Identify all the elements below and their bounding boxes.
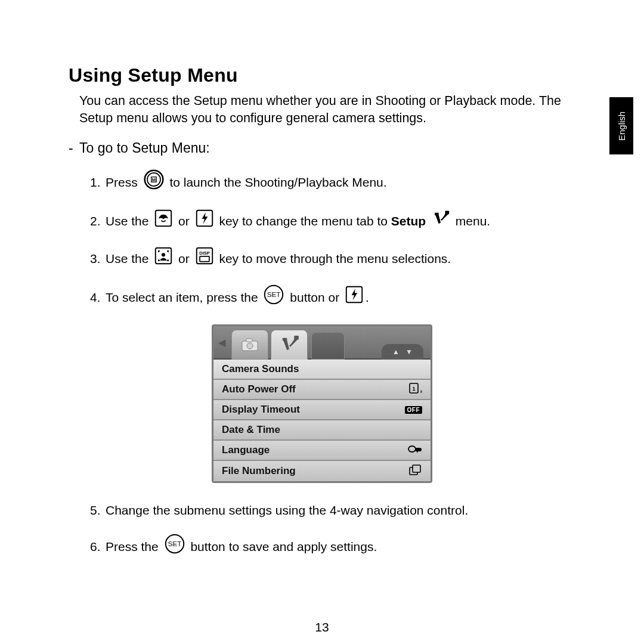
menu-row-auto-power-off: Auto Power Off min1 xyxy=(213,380,431,400)
language-side-tab: English xyxy=(609,97,633,154)
menu-item-label: Date & Time xyxy=(222,424,280,436)
step-1: 1.Press M to launch the Shooting/Playbac… xyxy=(90,169,575,197)
menu-row-display-timeout: Display Timeout OFF xyxy=(213,400,431,420)
up-down-indicator: ▲▼ xyxy=(382,344,423,360)
page-number: 13 xyxy=(0,620,644,634)
left-macro-key-icon xyxy=(154,209,172,235)
menu-item-label: Language xyxy=(222,444,270,456)
menu-row-camera-sounds: Camera Sounds xyxy=(213,360,431,380)
menu-item-value xyxy=(408,444,422,456)
svg-rect-6 xyxy=(445,210,450,214)
svg-rect-16 xyxy=(246,339,252,342)
steps-list-continued: 5.Change the submenu settings using the … xyxy=(90,499,575,562)
set-button-icon: SET xyxy=(264,284,284,312)
menu-item-label: Display Timeout xyxy=(222,404,300,416)
step-6: 6.Press the SET button to save and apply… xyxy=(90,534,575,562)
setup-menu-screenshot: ◀ ▲▼ Camera Sounds Auto Power Off xyxy=(212,324,432,483)
svg-text:M: M xyxy=(151,177,155,182)
camera-tab xyxy=(231,330,268,360)
menu-item-value xyxy=(409,465,422,477)
right-flash-key-icon xyxy=(345,286,363,311)
svg-rect-11 xyxy=(200,256,209,262)
intro-paragraph: You can access the Setup menu whether yo… xyxy=(79,92,575,127)
svg-text:SET: SET xyxy=(267,290,281,298)
menu-list: Camera Sounds Auto Power Off min1 Displa… xyxy=(213,360,431,481)
menu-tab-bar: ◀ ▲▼ xyxy=(213,326,431,360)
page-content: Using Setup Menu You can access the Setu… xyxy=(69,64,575,574)
step-3: 3.Use the or DISP key to move through th… xyxy=(90,247,575,273)
step-2: 2.Use the or key to change the menu tab … xyxy=(90,209,575,235)
menu-row-date-time: Date & Time xyxy=(213,420,431,441)
menu-item-value: min1 xyxy=(409,383,422,395)
tab-placeholder xyxy=(311,332,345,360)
svg-point-17 xyxy=(247,343,253,349)
svg-text:min: min xyxy=(420,389,422,394)
subheading: -To go to Setup Menu: xyxy=(69,140,575,156)
menu-item-label: Auto Power Off xyxy=(222,383,296,395)
svg-point-8 xyxy=(162,253,165,256)
step-4: 4.To select an item, press the SET butto… xyxy=(90,284,575,312)
menu-row-file-numbering: File Numbering xyxy=(213,461,431,481)
setup-tools-icon xyxy=(432,209,450,235)
right-flash-key-icon xyxy=(196,209,213,235)
svg-rect-18 xyxy=(294,336,298,340)
svg-text:1: 1 xyxy=(412,386,415,392)
set-button-icon: SET xyxy=(165,534,185,562)
up-facedetect-key-icon xyxy=(154,247,172,273)
svg-text:DISP: DISP xyxy=(199,250,210,256)
svg-text:SET: SET xyxy=(168,540,181,548)
menu-item-value: OFF xyxy=(405,405,423,414)
menu-button-icon: M xyxy=(144,169,164,197)
down-disp-key-icon: DISP xyxy=(196,247,213,273)
svg-rect-24 xyxy=(413,465,420,472)
steps-list: 1.Press M to launch the Shooting/Playbac… xyxy=(90,169,575,312)
step-5: 5.Change the submenu settings using the … xyxy=(90,499,575,522)
menu-item-label: Camera Sounds xyxy=(222,363,299,375)
menu-item-label: File Numbering xyxy=(222,465,296,477)
svg-point-22 xyxy=(408,446,416,452)
tab-left-arrow-icon: ◀ xyxy=(218,337,225,348)
page-title: Using Setup Menu xyxy=(69,64,575,86)
menu-row-language: Language xyxy=(213,441,431,461)
setup-tab-active xyxy=(271,330,308,360)
